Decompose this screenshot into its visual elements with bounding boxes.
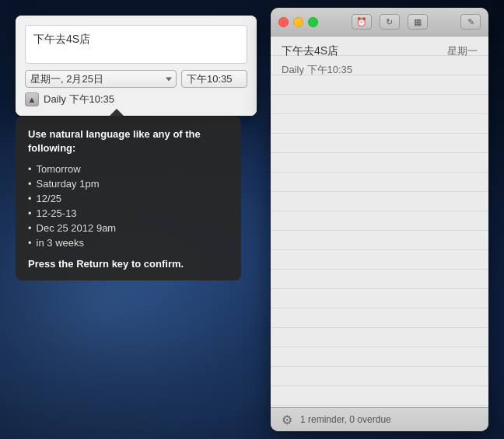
minimize-button[interactable] <box>293 17 303 27</box>
tooltip-list: Tomorrow Saturday 1pm 12/25 12-25-13 Dec… <box>28 163 229 249</box>
tooltip-list-item: Dec 25 2012 9am <box>28 222 229 234</box>
reminder-title: 下午去4S店 <box>33 33 90 45</box>
tooltip-list-item: 12-25-13 <box>28 207 229 219</box>
reminders-window: ⏰ ↻ ▦ ✎ 下午去4S店 星期一 Daily 下午10:35 ⚙ 1 rem… <box>271 8 488 431</box>
edit-icon: ✎ <box>467 17 474 27</box>
refresh-icon: ↻ <box>386 17 393 27</box>
clock-toolbar-button[interactable]: ⏰ <box>352 14 372 30</box>
window-content: 下午去4S店 星期一 Daily 下午10:35 <box>271 37 488 407</box>
tooltip-popup: Use natural language like any of the fol… <box>16 117 241 280</box>
window-titlebar: ⏰ ↻ ▦ ✎ <box>271 8 488 37</box>
footer-status: 1 reminder, 0 overdue <box>300 414 391 425</box>
tooltip-footer: Press the Return key to confirm. <box>28 258 229 270</box>
repeat-expand-button[interactable]: ▲ <box>25 92 39 106</box>
date-select-wrapper: 星期一, 2月25日 <box>25 70 177 88</box>
reminder-item-subtitle: Daily 下午10:35 <box>271 61 488 85</box>
reminder-repeat-row: ▲ Daily 下午10:35 <box>25 92 247 106</box>
reminder-date-row: 星期一, 2月25日 <box>25 70 247 88</box>
content-lines <box>271 37 488 407</box>
calendar-icon: ▦ <box>414 17 422 27</box>
refresh-toolbar-button[interactable]: ↻ <box>380 14 400 30</box>
reminder-popup: 下午去4S店 星期一, 2月25日 ▲ Daily 下午10:35 Use na… <box>16 16 257 116</box>
tooltip-list-item: Saturday 1pm <box>28 178 229 190</box>
tooltip-list-item: 12/25 <box>28 193 229 204</box>
tooltip-list-item: Tomorrow <box>28 163 229 175</box>
edit-toolbar-button[interactable]: ✎ <box>460 14 481 30</box>
calendar-toolbar-button[interactable]: ▦ <box>408 14 428 30</box>
tooltip-header: Use natural language like any of the fol… <box>28 127 229 155</box>
clock-icon: ⏰ <box>356 17 367 27</box>
time-input[interactable] <box>181 70 247 88</box>
gear-icon[interactable]: ⚙ <box>280 413 294 427</box>
close-button[interactable] <box>278 17 289 27</box>
repeat-label: Daily 下午10:35 <box>44 92 114 106</box>
maximize-button[interactable] <box>308 17 318 27</box>
date-select[interactable]: 星期一, 2月25日 <box>25 70 177 88</box>
reminder-title-area: 下午去4S店 <box>25 25 247 64</box>
window-footer: ⚙ 1 reminder, 0 overdue <box>271 407 488 431</box>
reminder-item-day: 星期一 <box>447 44 478 58</box>
tooltip-list-item: in 3 weeks <box>28 237 229 249</box>
reminder-item-header[interactable]: 下午去4S店 星期一 <box>271 37 488 61</box>
reminder-item-title: 下午去4S店 <box>282 44 338 58</box>
